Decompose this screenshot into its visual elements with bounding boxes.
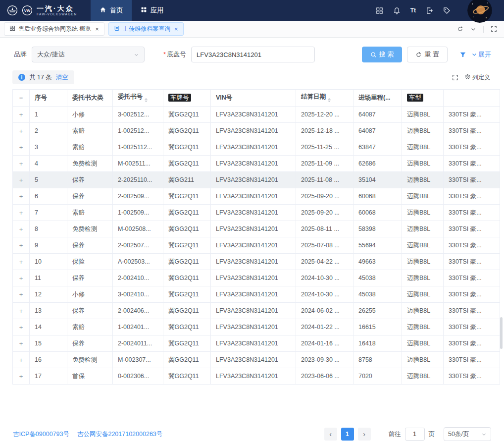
nav-home[interactable]: 首页 [91,0,132,21]
cell-order-no: 3-002410... [113,286,163,303]
scrollbar-thumb[interactable] [500,317,503,349]
expand-row-button[interactable]: + [19,373,23,380]
cell-trim: 330TSI 豪... [444,172,500,188]
expand-row-button[interactable]: + [19,340,23,347]
document-icon [114,25,120,33]
cell-model: 迈腾B8L [402,270,444,286]
cell-model: 迈腾B8L [402,303,444,319]
cell-mileage: 60068 [353,205,402,221]
expand-row-button[interactable]: + [19,225,23,233]
cell-model: 迈腾B8L [402,286,444,303]
cell-order-no: 2-0024011... [113,335,163,352]
workbench-grid-icon[interactable] [376,7,383,14]
page-1-button[interactable]: 1 [341,428,354,441]
icp-link[interactable]: 吉ICP备09000793号 [13,430,69,439]
cell-vin: LFV3A23C8N3141201 [211,319,296,335]
fullscreen-icon[interactable] [491,26,497,32]
table-row: +13保养2-002406...冀GG2Q11LFV3A23C8N3141201… [13,303,500,319]
sort-icon[interactable] [328,97,331,104]
cell-plate: 冀GG2Q11 [163,237,211,254]
avatar[interactable] [467,0,492,23]
expand-row-button[interactable]: + [19,111,23,118]
cell-plate: 冀GG2Q11 [163,352,211,368]
expand-row-button[interactable]: + [19,307,23,315]
column-header-mileage: 进场里程(... [353,90,402,107]
filter-icon[interactable] [459,51,466,58]
sort-icon[interactable] [145,97,148,104]
cell-date: 2024-10-30 ... [296,286,353,303]
theme-tag-icon[interactable] [443,7,451,14]
bell-icon[interactable] [393,7,401,14]
cell-mileage: 7020 [353,368,402,385]
cell-trim: 330TSI 豪... [444,335,500,352]
column-header-order-no[interactable]: 委托书号 [113,90,163,107]
font-size-icon[interactable]: Tt [410,7,416,14]
column-header-plate: 车牌号 [163,90,211,107]
cell-mileage: 60068 [353,188,402,205]
cell-expand: + [13,123,30,139]
table-fullscreen-icon[interactable] [452,74,458,81]
expand-row-button[interactable]: + [19,160,23,167]
cell-trim: 330TSI 豪... [444,205,500,221]
footer: 吉ICP备09000793号 吉公网安备22017102000263号 ‹ 1 … [0,427,504,441]
cell-vin: LFV3A23C8N3141201 [211,254,296,270]
cell-expand: + [13,254,30,270]
cell-plate: 冀GG2Q11 [163,188,211,205]
column-header-collapse: − [13,90,30,107]
expand-row-button[interactable]: + [19,356,23,364]
table-row: +1小修3-002512...冀GG2Q11LFV3A23C8N31412012… [13,107,500,123]
reset-button[interactable]: 重 置 [407,47,448,62]
close-icon[interactable]: × [174,25,178,33]
security-link[interactable]: 吉公网安备22017102000263号 [77,430,162,439]
goto-page-input[interactable] [405,428,425,441]
refresh-icon[interactable] [457,26,463,32]
next-page-button[interactable]: › [358,428,371,441]
cell-mileage: 16615 [353,319,402,335]
table-row: +10保险A-002503...冀GG2Q11LFV3A23C8N3141201… [13,254,500,270]
search-button[interactable]: 搜 索 [362,47,403,62]
cell-expand: + [13,205,30,221]
brand-select[interactable]: 大众/捷达 [32,47,145,62]
cell-order-no: 1-002401... [113,319,163,335]
expand-row-button[interactable]: + [19,193,23,200]
expand-toggle[interactable]: 展开 [471,50,491,59]
chassis-label: *底盘号 [163,50,186,59]
cell-trim: 330TSI 豪... [444,188,500,205]
expand-row-button[interactable]: + [19,242,23,249]
tab-archive-query[interactable]: 上传维修档案查询 × [108,22,184,36]
cell-date: 2025-12-18 ... [296,123,353,139]
required-mark: * [163,51,166,58]
expand-row-button[interactable]: + [19,127,23,135]
expand-row-button[interactable]: + [19,144,23,151]
expand-row-button[interactable]: + [19,176,23,184]
cell-mileage: 16418 [353,335,402,352]
expand-row-button[interactable]: + [19,275,23,282]
info-icon: i [18,74,25,81]
page-unit-label: 页 [429,430,435,439]
page-size-select[interactable]: 50条/页 [444,427,491,441]
chassis-input[interactable] [191,47,315,62]
column-header-date[interactable]: 结算日期 [296,90,353,107]
logout-icon[interactable] [426,7,433,14]
expand-row-button[interactable]: + [19,324,23,331]
tab-overview[interactable]: 售后业务综合协同系统 概览 × [4,22,104,36]
prev-page-button[interactable]: ‹ [324,428,337,441]
top-navbar: VW 一汽·大众 FAW-VOLKSWAGEN 首页 应用 Tt [0,0,504,21]
close-icon[interactable]: × [95,25,99,33]
chevron-down-icon[interactable] [470,26,476,32]
column-settings[interactable]: 列定义 [464,73,490,82]
footer-links: 吉ICP备09000793号 吉公网安备22017102000263号 [13,430,162,439]
redacted-header-label: 车牌号 [168,94,191,102]
cell-order-no: 2-2025110... [113,172,163,188]
clear-link[interactable]: 清空 [56,73,68,82]
expand-row-button[interactable]: + [19,209,23,217]
expand-row-button[interactable]: + [19,291,23,298]
cell-seq: 15 [30,335,67,352]
header-label: 委托书号 [118,93,143,100]
cell-trim: 330TSI 豪... [444,254,500,270]
cell-seq: 5 [30,172,67,188]
cell-order-no: 2-002406... [113,303,163,319]
brand-select-value: 大众/捷达 [37,50,65,59]
nav-apps[interactable]: 应用 [132,0,172,21]
expand-row-button[interactable]: + [19,258,23,266]
